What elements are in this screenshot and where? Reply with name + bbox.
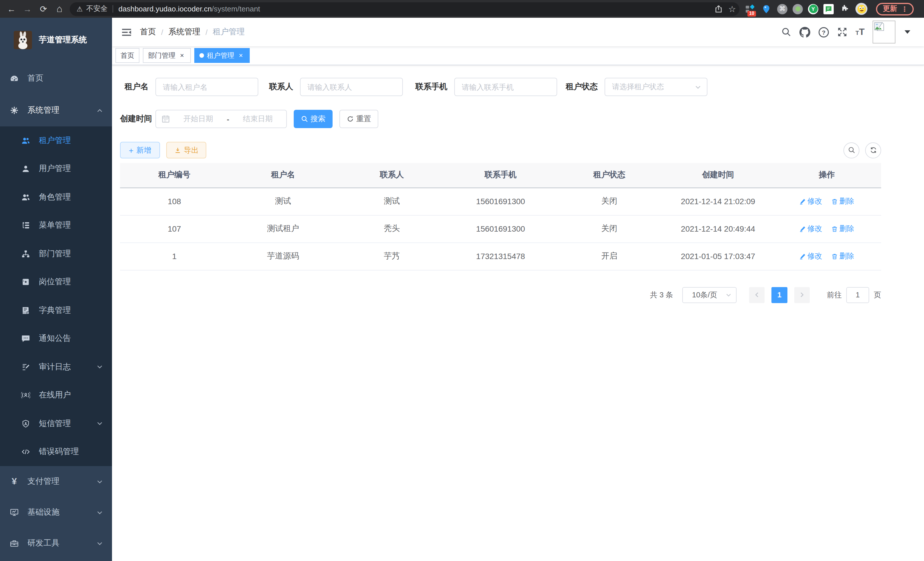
search-icon[interactable] [781,27,791,37]
contact-label: 联系人 [258,82,300,92]
sidebar-item-system[interactable]: 系统管理 [0,94,112,126]
date-range-picker[interactable]: 开始日期 - 结束日期 [155,110,287,128]
sidebar-item-online-user[interactable]: 在线用户 [0,381,112,409]
close-icon[interactable]: × [237,52,244,59]
delete-link[interactable]: 删除 [831,251,854,261]
avatar-dropdown-caret-icon[interactable] [904,30,910,34]
delete-link[interactable]: 删除 [831,224,854,234]
extension-icon[interactable]: 10 [744,3,755,15]
sidebar-logo[interactable]: 芋道管理系统 [0,18,112,62]
chevron-down-icon [97,364,103,370]
github-icon[interactable] [800,27,810,38]
delete-link[interactable]: 删除 [831,196,854,206]
status-text: 开启 [555,242,664,270]
prev-page-button[interactable] [749,287,765,303]
avatar[interactable] [873,21,896,44]
sidebar-item-error-code[interactable]: 错误码管理 [0,438,112,466]
warning-icon: ⚠ [76,5,83,13]
status-text: 关闭 [555,215,664,242]
edit-link[interactable]: 修改 [800,196,822,206]
chat-extension-icon[interactable] [824,4,834,14]
forward-icon[interactable]: → [21,2,34,16]
sidebar-item-dev-tools[interactable]: 研发工具 [0,528,112,559]
dashboard-icon [10,74,19,83]
filter-row-1: 租户名 联系人 联系手机 租户状态 请选择租户状态 [120,78,881,96]
sidebar-item-tenant[interactable]: 租户管理 [0,126,112,155]
add-button[interactable]: + 新增 [120,142,160,158]
refresh-button[interactable] [865,142,881,158]
sidebar-item-post[interactable]: 岗位管理 [0,268,112,296]
sidebar-item-infra[interactable]: 基础设施 [0,497,112,528]
fullscreen-icon[interactable] [837,27,848,37]
download-icon [174,147,181,153]
sidebar-item-audit-log[interactable]: 审计日志 [0,353,112,381]
filter-row-2: 创建时间 开始日期 - 结束日期 搜索 [120,110,881,128]
app-title: 芋道管理系统 [39,35,87,45]
sidebar-item-menu[interactable]: 菜单管理 [0,211,112,240]
search-icon [301,116,308,122]
page: ← → ⟳ ⌂ ⚠ 不安全 dashboard.yudao.iocoder.cn… [0,0,924,561]
sidebar-item-home[interactable]: 首页 [0,62,112,94]
status-select[interactable]: 请选择租户状态 [604,78,707,96]
navbar-right: ? TT [781,18,910,46]
mobile-input[interactable] [454,78,557,96]
share-icon[interactable] [714,5,723,13]
back-icon[interactable]: ← [4,2,18,16]
tab-dept[interactable]: 部门管理 × [143,48,191,63]
sidebar-item-dept[interactable]: 部门管理 [0,240,112,268]
breadcrumb-home[interactable]: 首页 [140,27,156,37]
sidebar-item-pay[interactable]: ¥ 支付管理 [0,466,112,497]
refresh-icon [869,146,877,154]
url-text: dashboard.yudao.iocoder.cn/system/tenant [118,5,260,13]
breadcrumb: 首页 / 系统管理 / 租户管理 [140,27,245,37]
address-bar[interactable]: ⚠ 不安全 dashboard.yudao.iocoder.cn/system/… [70,2,740,16]
chevron-down-icon [97,540,103,546]
contact-input[interactable] [300,78,403,96]
command-extension-icon[interactable]: ⌘ [777,4,788,14]
search-button[interactable]: 搜索 [294,110,333,128]
breadcrumb-system[interactable]: 系统管理 [168,27,200,37]
help-icon[interactable]: ? [818,27,829,38]
sidebar-collapse-icon[interactable] [116,18,136,46]
pay-yen-icon: ¥ [10,477,19,486]
browser-update-button[interactable]: 更新 ⋮ [876,3,914,15]
tenant-name-label: 租户名 [120,82,155,92]
reload-icon[interactable]: ⟳ [37,2,50,16]
bookmark-star-icon[interactable]: ☆ [728,4,736,14]
trash-icon [831,226,838,232]
home-icon[interactable]: ⌂ [52,2,66,16]
edit-link[interactable]: 修改 [800,224,822,234]
col-actions: 操作 [772,163,881,188]
reset-button[interactable]: 重置 [339,110,378,128]
browser-menu-kebab-icon[interactable]: ⋮ [901,5,908,13]
puzzle-extensions-icon[interactable] [839,3,850,15]
edit-link[interactable]: 修改 [800,251,822,261]
total-count: 共 3 条 [650,290,673,300]
col-tenant-id: 租户编号 [120,163,229,188]
goto-page-input[interactable] [846,287,869,303]
recorder-extension-icon[interactable] [793,4,803,14]
show-search-toggle-button[interactable] [843,142,860,158]
page-size-select[interactable]: 10条/页 [682,287,736,303]
table-row: 108 测试 测试 15601691300 关闭 2021-12-14 21:0… [120,188,881,215]
sidebar-item-notice[interactable]: 通知公告 [0,325,112,353]
col-mobile: 联系手机 [446,163,555,188]
status-label: 租户状态 [557,82,604,92]
font-size-icon[interactable]: TT [855,27,865,37]
tab-home[interactable]: 首页 [116,48,140,63]
close-icon[interactable]: × [178,52,186,59]
export-button[interactable]: 导出 [166,142,206,158]
tenant-name-input[interactable] [155,78,258,96]
security-chip[interactable]: ⚠ 不安全 [76,4,108,14]
tab-tenant[interactable]: 租户管理 × [194,48,250,63]
y-extension-icon[interactable]: Y [808,4,818,14]
pin-extension-icon[interactable] [760,3,772,15]
chevron-down-icon [695,84,701,90]
next-page-button[interactable] [794,287,810,303]
sidebar-item-sms[interactable]: 短信管理 [0,409,112,438]
page-number-button[interactable]: 1 [771,287,788,303]
sidebar-item-role[interactable]: 角色管理 [0,183,112,211]
profile-avatar-icon[interactable] [855,3,867,15]
sidebar-item-user[interactable]: 用户管理 [0,155,112,183]
sidebar-item-dict[interactable]: 字典管理 [0,296,112,325]
